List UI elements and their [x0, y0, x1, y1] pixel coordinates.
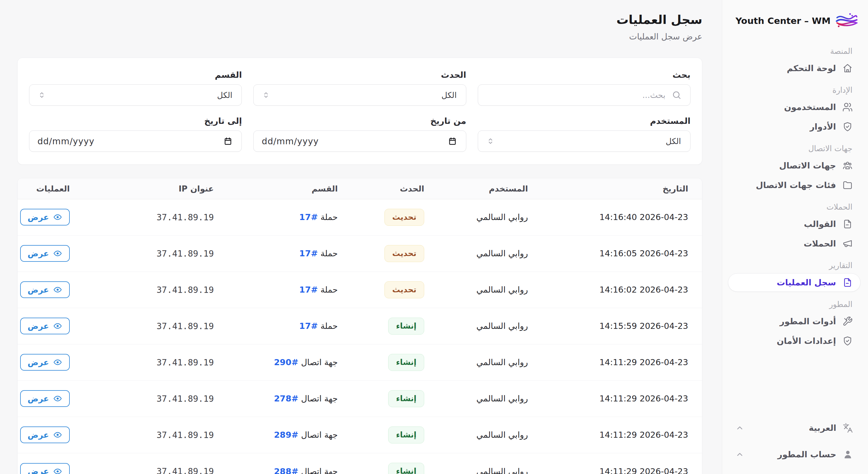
date-to-input[interactable]: dd/mm/yyyy: [29, 130, 242, 152]
filter-date-to: إلى تاريخ dd/mm/yyyy: [29, 116, 242, 152]
nav-section-label: جهات الاتصال: [736, 144, 852, 153]
event-cell: تحديث: [345, 199, 431, 235]
table-row: 14:16:02 2026-04-23 روابي السالمي تحديث …: [18, 272, 702, 308]
account-menu[interactable]: حساب المطور: [736, 449, 853, 460]
section-link[interactable]: #289: [274, 430, 299, 440]
user-label: المستخدم: [478, 116, 690, 126]
view-button[interactable]: عرض: [20, 281, 70, 298]
event-select[interactable]: الكل: [253, 84, 466, 106]
section-link[interactable]: #17: [299, 321, 318, 331]
event-cell: إنشاء: [345, 344, 431, 380]
sidebar-item-label: أدوات المطور: [780, 316, 836, 326]
filter-date-from: من تاريخ dd/mm/yyyy: [253, 116, 466, 152]
view-button[interactable]: عرض: [20, 463, 70, 474]
sidebar-item[interactable]: فئات جهات الاتصال: [728, 176, 861, 194]
section-link[interactable]: #17: [299, 285, 318, 295]
chevron-up-icon: [736, 450, 744, 459]
view-button[interactable]: عرض: [20, 245, 70, 262]
actions-cell: عرض: [18, 417, 76, 453]
section-link[interactable]: #288: [274, 467, 299, 474]
section-cell: جهة اتصال #278: [221, 380, 345, 417]
shield-check-icon: [842, 336, 853, 346]
event-label: الحدث: [253, 70, 466, 80]
section-link[interactable]: #290: [274, 358, 299, 367]
file-text-icon: [842, 277, 853, 288]
table-header-row: التاريخالمستخدمالحدثالقسمعنوان IPالعمليا…: [18, 178, 702, 199]
table-row: 14:11:29 2026-04-23 روابي السالمي إنشاء …: [18, 417, 702, 453]
user-cell: روابي السالمي: [431, 344, 535, 380]
section-link[interactable]: #17: [299, 248, 318, 258]
view-button[interactable]: عرض: [20, 390, 70, 407]
event-cell: إنشاء: [345, 417, 431, 453]
actions-cell: عرض: [18, 344, 76, 380]
section-link[interactable]: #278: [274, 394, 299, 403]
view-button[interactable]: عرض: [20, 209, 70, 226]
eye-icon: [53, 467, 62, 474]
column-header: العمليات: [18, 178, 76, 199]
chevrons-up-down-icon: [262, 91, 270, 99]
account-label: حساب المطور: [777, 449, 836, 459]
folder-icon: [842, 180, 853, 190]
sidebar-item[interactable]: القوالب: [728, 215, 861, 233]
chevrons-up-down-icon: [37, 91, 46, 99]
sidebar-item[interactable]: الأدوار: [728, 117, 861, 136]
date-cell: 14:11:29 2026-04-23: [535, 344, 702, 380]
eye-icon: [53, 394, 62, 403]
user-cell: روابي السالمي: [431, 380, 535, 417]
view-button[interactable]: عرض: [20, 318, 70, 334]
sidebar-item[interactable]: المستخدمون: [728, 98, 861, 116]
event-badge: تحديث: [384, 245, 424, 262]
language-switcher[interactable]: العربية: [736, 423, 853, 433]
sidebar-item[interactable]: سجل العمليات: [728, 273, 861, 292]
event-badge: إنشاء: [388, 463, 424, 474]
sidebar-item-label: القوالب: [804, 219, 836, 229]
event-badge: تحديث: [384, 209, 424, 226]
section-link[interactable]: #17: [299, 212, 318, 222]
sidebar-item[interactable]: لوحة التحكم: [728, 59, 861, 77]
date-to-label: إلى تاريخ: [29, 116, 242, 126]
date-cell: 14:15:59 2026-04-23: [535, 308, 702, 344]
main-content: سجل العمليات عرض سجل العمليات بحث الحدث …: [0, 0, 722, 474]
date-to-value: dd/mm/yyyy: [37, 136, 95, 146]
section-select-value: الكل: [217, 91, 242, 100]
user-cell: روابي السالمي: [431, 272, 535, 308]
actions-cell: عرض: [18, 453, 76, 474]
sidebar-item-label: الأدوار: [810, 122, 836, 132]
filter-search: بحث: [478, 70, 690, 106]
nav-section-label: الحملات: [736, 202, 852, 211]
sidebar-item-label: جهات الاتصال: [779, 161, 836, 170]
sidebar: Youth Center – WM المنصة لوحة التحكم الإ…: [722, 0, 868, 474]
search-input[interactable]: [478, 84, 690, 105]
ip-cell: 37.41.89.19: [76, 453, 221, 474]
shield-check-icon: [842, 122, 853, 132]
date-from-input[interactable]: dd/mm/yyyy: [253, 130, 466, 152]
section-cell: جهة اتصال #290: [221, 344, 345, 380]
sidebar-item[interactable]: إعدادات الأمان: [728, 332, 861, 350]
ip-cell: 37.41.89.19: [76, 344, 221, 380]
sidebar-item[interactable]: الحملات: [728, 234, 861, 253]
page-subtitle: عرض سجل العمليات: [17, 32, 702, 41]
date-cell: 14:16:40 2026-04-23: [535, 199, 702, 235]
sidebar-item-label: فئات جهات الاتصال: [756, 180, 836, 190]
nav-section-label: التقارير: [736, 261, 852, 270]
user-select[interactable]: الكل: [478, 130, 690, 152]
event-cell: إنشاء: [345, 453, 431, 474]
column-header: الحدث: [345, 178, 431, 199]
section-select[interactable]: الكل: [29, 84, 242, 106]
view-button[interactable]: عرض: [20, 427, 70, 443]
page-title: سجل العمليات: [17, 13, 702, 27]
filter-user: المستخدم الكل: [478, 116, 690, 152]
sidebar-item[interactable]: جهات الاتصال: [728, 156, 861, 175]
event-badge: إنشاء: [388, 318, 424, 334]
table-row: 14:15:59 2026-04-23 روابي السالمي إنشاء …: [18, 308, 702, 344]
event-badge: إنشاء: [388, 354, 424, 371]
view-button[interactable]: عرض: [20, 354, 70, 371]
sidebar-item[interactable]: أدوات المطور: [728, 312, 861, 331]
ip-cell: 37.41.89.19: [76, 417, 221, 453]
event-cell: إنشاء: [345, 380, 431, 417]
eye-icon: [53, 321, 62, 331]
ip-cell: 37.41.89.19: [76, 380, 221, 417]
sidebar-item-label: لوحة التحكم: [787, 63, 836, 73]
user-icon: [843, 449, 853, 460]
date-cell: 14:16:02 2026-04-23: [535, 272, 702, 308]
